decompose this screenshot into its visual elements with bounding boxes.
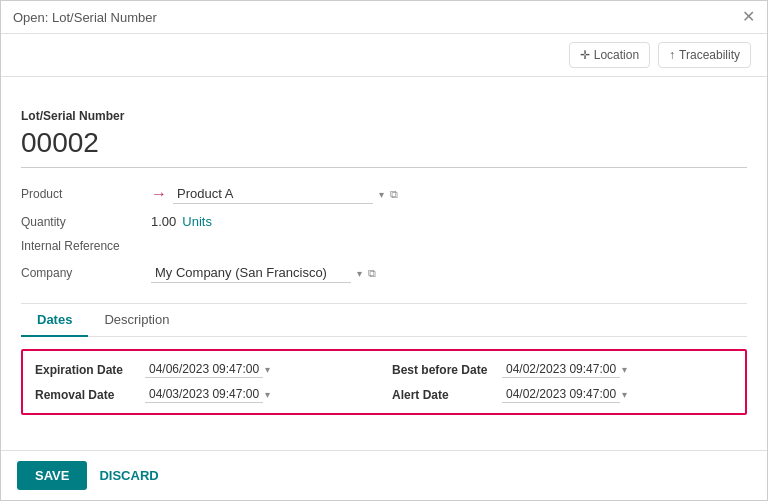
product-dropdown-icon: ▾: [379, 189, 384, 200]
expiration-date-row: Expiration Date 04/06/2023 09:47:00 ▾: [35, 361, 376, 378]
company-external-link-icon[interactable]: ⧉: [368, 267, 376, 280]
best-before-dropdown-icon[interactable]: ▾: [622, 364, 627, 375]
alert-date-dropdown-icon[interactable]: ▾: [622, 389, 627, 400]
company-select[interactable]: My Company (San Francisco): [151, 263, 351, 283]
expiration-date-label: Expiration Date: [35, 363, 145, 377]
company-row: Company My Company (San Francisco) ▾ ⧉: [21, 263, 747, 283]
lot-label: Lot/Serial Number: [21, 109, 747, 123]
traceability-label: Traceability: [679, 48, 740, 62]
removal-date-value-wrap: 04/03/2023 09:47:00 ▾: [145, 386, 270, 403]
best-before-label: Best before Date: [392, 363, 502, 377]
expiration-date-value: 04/06/2023 09:47:00: [145, 361, 263, 378]
quantity-value: 1.00 Units: [151, 214, 747, 229]
tabs-header: Dates Description: [21, 304, 747, 337]
dates-grid: Expiration Date 04/06/2023 09:47:00 ▾ Re…: [21, 349, 747, 415]
tabs-section: Dates Description Expiration Date 04/06/…: [21, 303, 747, 427]
removal-date-row: Removal Date 04/03/2023 09:47:00 ▾: [35, 386, 376, 403]
best-before-value: 04/02/2023 09:47:00: [502, 361, 620, 378]
quantity-number: 1.00: [151, 214, 176, 229]
form-fields: Product → Product A ▾ ⧉ Quantity 1.00 Un…: [21, 184, 747, 283]
dates-right-col: Best before Date 04/02/2023 09:47:00 ▾ A…: [384, 361, 733, 403]
product-value: → Product A ▾ ⧉: [151, 184, 747, 204]
best-before-value-wrap: 04/02/2023 09:47:00 ▾: [502, 361, 627, 378]
tab-dates-content: Expiration Date 04/06/2023 09:47:00 ▾ Re…: [21, 337, 747, 427]
location-button[interactable]: ✛ Location: [569, 42, 650, 68]
alert-date-value-wrap: 04/02/2023 09:47:00 ▾: [502, 386, 627, 403]
content-area: Lot/Serial Number 00002 Product → Produc…: [1, 77, 767, 450]
expiration-date-value-wrap: 04/06/2023 09:47:00 ▾: [145, 361, 270, 378]
window-title: Open: Lot/Serial Number: [13, 10, 157, 25]
save-button[interactable]: SAVE: [17, 461, 87, 490]
company-value: My Company (San Francisco) ▾ ⧉: [151, 263, 747, 283]
title-bar: Open: Lot/Serial Number ✕: [1, 1, 767, 34]
units-link[interactable]: Units: [182, 214, 212, 229]
lot-section: Lot/Serial Number 00002: [21, 109, 747, 168]
quantity-row: Quantity 1.00 Units: [21, 214, 747, 229]
expiration-date-dropdown-icon[interactable]: ▾: [265, 364, 270, 375]
company-dropdown-icon: ▾: [357, 268, 362, 279]
product-external-link-icon[interactable]: ⧉: [390, 188, 398, 201]
internal-ref-label: Internal Reference: [21, 239, 151, 253]
alert-date-row: Alert Date 04/02/2023 09:47:00 ▾: [392, 386, 733, 403]
discard-button[interactable]: DISCARD: [99, 468, 158, 483]
removal-date-dropdown-icon[interactable]: ▾: [265, 389, 270, 400]
removal-date-value: 04/03/2023 09:47:00: [145, 386, 263, 403]
product-row: Product → Product A ▾ ⧉: [21, 184, 747, 204]
traceability-icon: ↑: [669, 48, 675, 62]
product-select[interactable]: Product A: [173, 184, 373, 204]
dates-left-col: Expiration Date 04/06/2023 09:47:00 ▾ Re…: [35, 361, 384, 403]
quantity-label: Quantity: [21, 215, 151, 229]
lot-number: 00002: [21, 127, 747, 168]
tab-dates[interactable]: Dates: [21, 304, 88, 337]
product-arrow-icon: →: [151, 185, 167, 203]
footer: SAVE DISCARD: [1, 450, 767, 500]
close-button[interactable]: ✕: [742, 9, 755, 25]
alert-date-value: 04/02/2023 09:47:00: [502, 386, 620, 403]
location-label: Location: [594, 48, 639, 62]
alert-date-label: Alert Date: [392, 388, 502, 402]
removal-date-label: Removal Date: [35, 388, 145, 402]
location-icon: ✛: [580, 48, 590, 62]
product-label: Product: [21, 187, 151, 201]
traceability-button[interactable]: ↑ Traceability: [658, 42, 751, 68]
toolbar: ✛ Location ↑ Traceability: [1, 34, 767, 77]
best-before-row: Best before Date 04/02/2023 09:47:00 ▾: [392, 361, 733, 378]
tab-description[interactable]: Description: [88, 304, 185, 337]
main-window: Open: Lot/Serial Number ✕ ✛ Location ↑ T…: [0, 0, 768, 501]
internal-ref-row: Internal Reference: [21, 239, 747, 253]
company-label: Company: [21, 266, 151, 280]
